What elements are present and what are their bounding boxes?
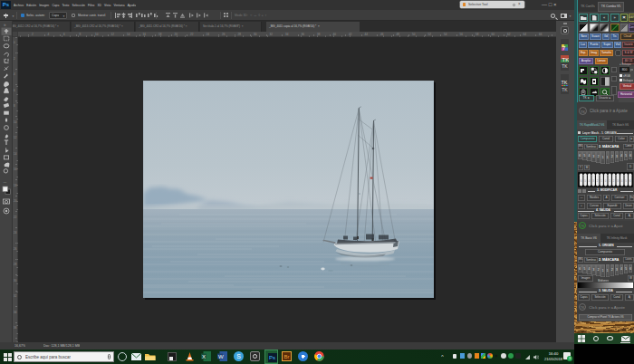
svg-text:22: 22 bbox=[190, 33, 194, 36]
svg-text:2: 2 bbox=[14, 57, 15, 61]
svg-text:TK: TK bbox=[562, 80, 568, 85]
svg-text:6: 6 bbox=[14, 89, 15, 92]
svg-text:16: 16 bbox=[143, 33, 147, 36]
svg-text:50: 50 bbox=[412, 33, 416, 36]
svg-text:22: 22 bbox=[14, 216, 17, 219]
svg-text:»: » bbox=[4, 23, 6, 27]
svg-text:56: 56 bbox=[460, 33, 464, 36]
svg-text:24: 24 bbox=[207, 33, 210, 36]
svg-text:8: 8 bbox=[80, 33, 82, 36]
svg-text:20: 20 bbox=[175, 33, 178, 36]
svg-text:60: 60 bbox=[492, 33, 495, 36]
svg-text:36: 36 bbox=[14, 326, 17, 330]
svg-text:48: 48 bbox=[397, 33, 400, 36]
svg-text:20: 20 bbox=[14, 199, 17, 203]
svg-text:58: 58 bbox=[476, 33, 479, 36]
svg-text:44: 44 bbox=[365, 33, 369, 36]
svg-text:12: 12 bbox=[111, 33, 115, 36]
svg-text:32: 32 bbox=[14, 294, 17, 298]
svg-text:2: 2 bbox=[32, 33, 34, 36]
svg-text:34: 34 bbox=[285, 33, 289, 36]
svg-text:54: 54 bbox=[444, 33, 447, 36]
svg-text:X: X bbox=[202, 354, 206, 359]
svg-text:18: 18 bbox=[158, 33, 162, 36]
svg-text:46: 46 bbox=[380, 33, 384, 36]
svg-text:16: 16 bbox=[14, 168, 17, 171]
svg-text:28: 28 bbox=[14, 263, 17, 266]
svg-text:24: 24 bbox=[14, 231, 17, 235]
svg-text:26: 26 bbox=[222, 33, 226, 36]
svg-text:W: W bbox=[218, 354, 224, 359]
svg-text:38: 38 bbox=[317, 33, 321, 36]
svg-text:42: 42 bbox=[349, 33, 352, 36]
svg-text:8: 8 bbox=[14, 104, 15, 108]
svg-text:10: 10 bbox=[95, 33, 99, 36]
svg-text:12: 12 bbox=[14, 136, 17, 139]
svg-text:26: 26 bbox=[14, 247, 17, 251]
svg-text:30: 30 bbox=[254, 33, 257, 36]
svg-text:14: 14 bbox=[14, 152, 17, 156]
svg-text:4: 4 bbox=[48, 33, 50, 36]
svg-text:...: ... bbox=[3, 179, 6, 184]
svg-text:36: 36 bbox=[302, 33, 305, 36]
svg-text:64: 64 bbox=[524, 33, 527, 36]
svg-text:34: 34 bbox=[14, 311, 17, 314]
svg-text:0: 0 bbox=[14, 41, 15, 44]
svg-text:4: 4 bbox=[14, 72, 15, 76]
svg-text:52: 52 bbox=[428, 33, 432, 36]
svg-text:30: 30 bbox=[14, 279, 17, 283]
svg-text:28: 28 bbox=[238, 33, 242, 36]
svg-text:32: 32 bbox=[270, 33, 274, 36]
svg-text:66: 66 bbox=[539, 33, 543, 36]
svg-text:10: 10 bbox=[14, 120, 17, 124]
svg-text:18: 18 bbox=[14, 184, 17, 187]
svg-text:6: 6 bbox=[63, 33, 65, 36]
svg-text:14: 14 bbox=[127, 33, 130, 36]
svg-text:62: 62 bbox=[507, 33, 511, 36]
svg-text:40: 40 bbox=[333, 33, 337, 36]
